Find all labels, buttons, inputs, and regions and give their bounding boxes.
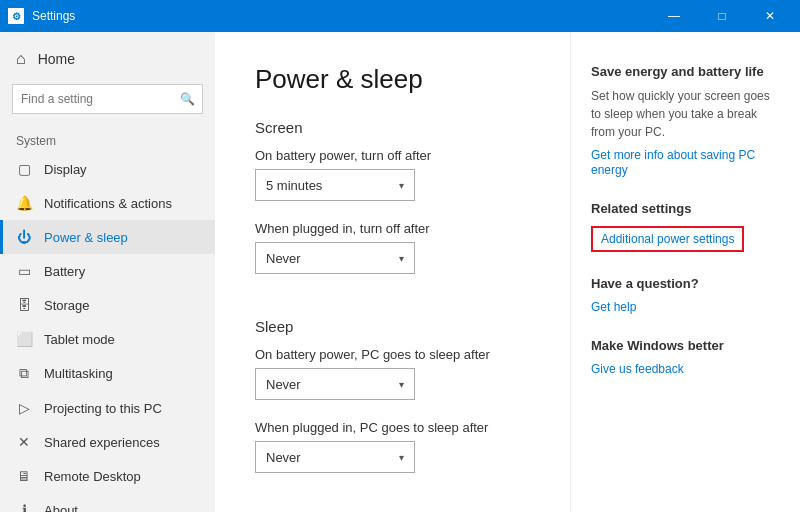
sidebar-item-about-label: About [44,503,78,513]
feedback-link[interactable]: Give us feedback [591,362,684,376]
sleep-battery-label: On battery power, PC goes to sleep after [255,347,530,362]
sidebar-item-power-label: Power & sleep [44,230,128,245]
search-input[interactable] [12,84,203,114]
improve-title: Make Windows better [591,338,780,353]
sleep-plugged-arrow: ▾ [399,452,404,463]
main-layout: ⌂ Home 🔍 System ▢ Display 🔔 Notification… [0,32,800,512]
sleep-battery-dropdown[interactable]: Never ▾ [255,368,415,400]
battery-off-dropdown[interactable]: 5 minutes ▾ [255,169,415,201]
additional-power-settings-link[interactable]: Additional power settings [591,226,744,252]
battery-icon: ▭ [16,263,32,279]
plugged-off-label: When plugged in, turn off after [255,221,530,236]
battery-off-value: 5 minutes [266,178,322,193]
maximize-button[interactable]: □ [700,0,744,32]
power-icon: ⏻ [16,229,32,245]
question-section: Have a question? Get help [591,276,780,314]
get-help-link[interactable]: Get help [591,300,636,314]
sidebar-item-projecting-label: Projecting to this PC [44,401,162,416]
sidebar-item-storage[interactable]: 🗄 Storage [0,288,215,322]
sidebar-search: 🔍 [12,84,203,114]
save-energy-section: Save energy and battery life Set how qui… [591,64,780,177]
projecting-icon: ▷ [16,400,32,416]
sidebar: ⌂ Home 🔍 System ▢ Display 🔔 Notification… [0,32,215,512]
page-title: Power & sleep [255,64,530,95]
content-area: Power & sleep Screen On battery power, t… [215,32,570,512]
save-energy-link[interactable]: Get more info about saving PC energy [591,148,755,177]
save-energy-title: Save energy and battery life [591,64,780,79]
home-icon: ⌂ [16,50,26,68]
app-icon: ⚙ [8,8,24,24]
sidebar-item-display[interactable]: ▢ Display [0,152,215,186]
sleep-battery-value: Never [266,377,301,392]
window-title: Settings [32,9,652,23]
question-title: Have a question? [591,276,780,291]
window-controls: — □ ✕ [652,0,792,32]
notifications-icon: 🔔 [16,195,32,211]
plugged-off-arrow: ▾ [399,253,404,264]
close-button[interactable]: ✕ [748,0,792,32]
about-icon: ℹ [16,502,32,512]
sidebar-item-shared[interactable]: ✕ Shared experiences [0,425,215,459]
sidebar-item-shared-label: Shared experiences [44,435,160,450]
sleep-plugged-label: When plugged in, PC goes to sleep after [255,420,530,435]
sidebar-item-tablet[interactable]: ⬜ Tablet mode [0,322,215,356]
tablet-icon: ⬜ [16,331,32,347]
plugged-off-dropdown[interactable]: Never ▾ [255,242,415,274]
system-label: System [0,126,215,152]
titlebar: ⚙ Settings — □ ✕ [0,0,800,32]
plugged-off-value: Never [266,251,301,266]
sidebar-item-battery-label: Battery [44,264,85,279]
sidebar-item-display-label: Display [44,162,87,177]
search-icon: 🔍 [180,92,195,106]
sidebar-item-multitasking-label: Multitasking [44,366,113,381]
multitasking-icon: ⧉ [16,365,32,382]
related-settings-section: Related settings Additional power settin… [591,201,780,252]
display-icon: ▢ [16,161,32,177]
battery-off-arrow: ▾ [399,180,404,191]
sleep-plugged-dropdown[interactable]: Never ▾ [255,441,415,473]
sleep-battery-arrow: ▾ [399,379,404,390]
screen-section-title: Screen [255,119,530,136]
sidebar-item-remote-label: Remote Desktop [44,469,141,484]
improve-section: Make Windows better Give us feedback [591,338,780,376]
sidebar-item-multitasking[interactable]: ⧉ Multitasking [0,356,215,391]
remote-icon: 🖥 [16,468,32,484]
sidebar-item-tablet-label: Tablet mode [44,332,115,347]
sidebar-item-storage-label: Storage [44,298,90,313]
sidebar-item-home[interactable]: ⌂ Home [0,40,215,78]
sidebar-item-power[interactable]: ⏻ Power & sleep [0,220,215,254]
sidebar-item-battery[interactable]: ▭ Battery [0,254,215,288]
save-energy-text: Set how quickly your screen goes to slee… [591,87,780,141]
shared-icon: ✕ [16,434,32,450]
storage-icon: 🗄 [16,297,32,313]
sidebar-item-about[interactable]: ℹ About [0,493,215,512]
sidebar-item-notifications-label: Notifications & actions [44,196,172,211]
sidebar-item-remote[interactable]: 🖥 Remote Desktop [0,459,215,493]
minimize-button[interactable]: — [652,0,696,32]
related-settings-title: Related settings [591,201,780,216]
battery-off-label: On battery power, turn off after [255,148,530,163]
sidebar-item-projecting[interactable]: ▷ Projecting to this PC [0,391,215,425]
sleep-section-title: Sleep [255,318,530,335]
right-panel: Save energy and battery life Set how qui… [570,32,800,512]
sleep-plugged-value: Never [266,450,301,465]
sidebar-home-label: Home [38,51,75,67]
sidebar-item-notifications[interactable]: 🔔 Notifications & actions [0,186,215,220]
